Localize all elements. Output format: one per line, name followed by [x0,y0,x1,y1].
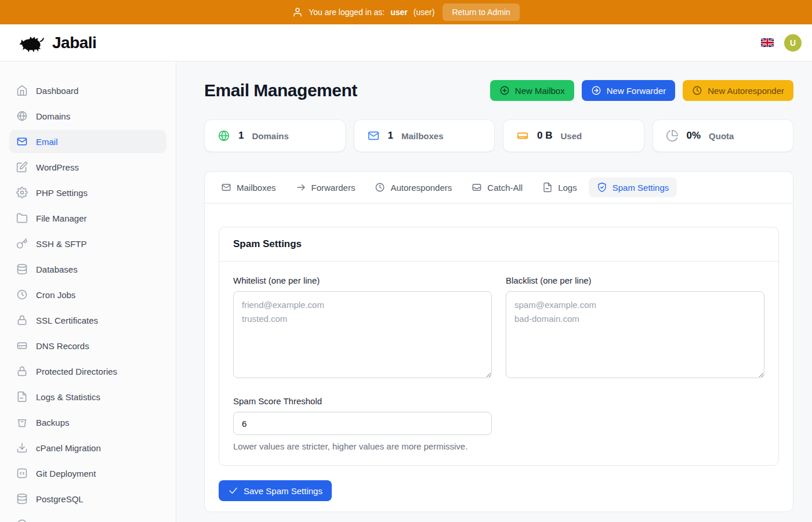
stat-label: Domains [252,131,288,141]
sidebar-item-databases[interactable]: Databases [9,258,166,281]
mail-icon [16,136,28,147]
main-content: Email Management New Mailbox New Forward… [176,61,812,522]
stat-value: 1 [388,130,393,142]
language-flag-icon[interactable] [761,38,774,47]
return-to-admin-button[interactable]: Return to Admin [443,3,519,21]
email-tabs: Mailboxes Forwarders Autoresponders Catc… [205,172,793,204]
page-title: Email Management [204,81,357,100]
stat-label: Used [560,131,582,141]
save-spam-settings-button[interactable]: Save Spam Settings [219,480,332,501]
sidebar-item-postgresql[interactable]: PostgreSQL [9,487,166,510]
tab-label: Forwarders [311,183,356,193]
new-mailbox-label: New Mailbox [515,86,565,96]
sidebar-item-label: PostgreSQL [36,494,84,504]
sidebar-item-label: Git Deployment [36,469,96,478]
lock-icon [16,314,28,326]
stats-row: 1 Domains 1 Mailboxes 0 B Used 0% Quota [204,119,793,152]
new-autoresponder-button[interactable]: New Autoresponder [683,80,793,101]
mail-icon [221,182,231,193]
new-forwarder-button[interactable]: New Forwarder [582,80,676,101]
brand-name: Jabali [52,34,96,52]
sidebar-item-domains[interactable]: Domains [9,104,166,128]
tab-label: Mailboxes [237,183,276,193]
sidebar-item-php-settings[interactable]: PHP Settings [9,181,166,204]
sidebar-item-cpanel-migration[interactable]: cPanel Migration [9,436,166,459]
sidebar-item-ssh-sftp[interactable]: SSH & SFTP [9,232,166,255]
impersonation-bar: You are logged in as: user (user) Return… [0,0,812,24]
blacklist-textarea[interactable] [506,291,764,378]
sidebar-item-label: DNS Records [36,341,89,351]
whitelist-field-group: Whitelist (one per line) [233,276,492,380]
boar-logo-icon [16,31,46,55]
threshold-help-text: Lower values are stricter, higher values… [233,441,492,451]
stat-value: 1 [238,130,244,142]
stat-card-mailboxes: 1 Mailboxes [354,119,495,152]
file-text-icon [16,391,28,403]
sidebar-item-protected-directories[interactable]: Protected Directories [9,360,166,383]
sidebar-item-partial[interactable] [9,513,166,522]
sidebar-item-file-manager[interactable]: File Manager [9,206,166,230]
stat-card-used: 0 B Used [503,119,644,152]
spam-score-threshold-input[interactable] [233,412,492,435]
sidebar-item-label: Cron Jobs [36,290,75,300]
new-mailbox-button[interactable]: New Mailbox [490,80,574,101]
tab-autoresponders[interactable]: Autoresponders [367,177,460,197]
stat-value: 0 B [537,130,552,142]
logged-in-username: user [390,8,408,17]
tab-spam-settings[interactable]: Spam Settings [589,177,677,197]
stat-value: 0% [687,130,701,142]
pie-chart-icon [666,129,679,142]
save-spam-settings-label: Save Spam Settings [244,486,322,496]
new-forwarder-label: New Forwarder [607,86,666,96]
email-panel: Mailboxes Forwarders Autoresponders Catc… [204,171,793,512]
stat-label: Mailboxes [401,131,444,141]
sidebar-item-dashboard[interactable]: Dashboard [9,79,166,102]
brand[interactable]: Jabali [16,31,96,55]
blacklist-field-group: Blacklist (one per line) [506,276,764,380]
arrow-right-circle-icon [591,85,601,96]
tab-label: Logs [558,183,577,193]
tab-logs[interactable]: Logs [534,177,585,197]
sidebar-item-label: PHP Settings [36,188,88,198]
database-icon [16,493,28,505]
clock-icon [375,182,385,193]
sidebar-item-label: cPanel Migration [36,443,101,453]
tab-mailboxes[interactable]: Mailboxes [213,177,284,197]
tab-label: Autoresponders [390,183,452,193]
sidebar-item-git-deployment[interactable]: Git Deployment [9,462,166,485]
spam-card-title: Spam Settings [219,227,778,262]
tab-catch-all[interactable]: Catch-All [463,177,531,197]
app-header: Jabali U [0,24,812,61]
logged-in-as: You are logged in as: user (user) [292,7,434,17]
sidebar-item-cron-jobs[interactable]: Cron Jobs [9,283,166,306]
sidebar-item-label: Email [36,137,58,147]
lock-icon [16,365,28,377]
sidebar-item-label: Logs & Statistics [36,392,100,402]
sidebar-item-wordpress[interactable]: WordPress [9,155,166,179]
sidebar-item-label: Protected Directories [36,367,117,376]
spam-settings-card: Spam Settings Whitelist (one per line) B… [219,227,779,466]
sidebar-item-logs-statistics[interactable]: Logs & Statistics [9,385,166,408]
shield-check-icon [597,182,607,193]
threshold-label: Spam Score Threshold [233,396,492,406]
user-avatar[interactable]: U [784,34,802,52]
check-icon [228,485,238,496]
key-icon [16,238,28,249]
whitelist-textarea[interactable] [233,291,492,378]
file-text-icon [542,182,553,193]
sidebar-item-label: SSH & SFTP [36,239,87,249]
download-icon [16,442,28,454]
sidebar-item-backups[interactable]: Backups [9,411,166,434]
globe-icon [217,129,230,142]
sidebar-item-email[interactable]: Email [9,130,166,153]
folder-icon [16,212,28,224]
code-icon [16,467,28,479]
sidebar-item-dns-records[interactable]: DNS Records [9,334,166,357]
sidebar: Dashboard Domains Email WordPress PHP Se… [0,61,176,522]
tab-forwarders[interactable]: Forwarders [288,177,364,197]
circle-icon [16,519,28,522]
spam-settings-tab-content: Spam Settings Whitelist (one per line) B… [205,204,793,515]
inbox-icon [472,182,482,193]
sidebar-item-ssl-certificates[interactable]: SSL Certificates [9,309,166,332]
archive-icon [16,416,28,428]
